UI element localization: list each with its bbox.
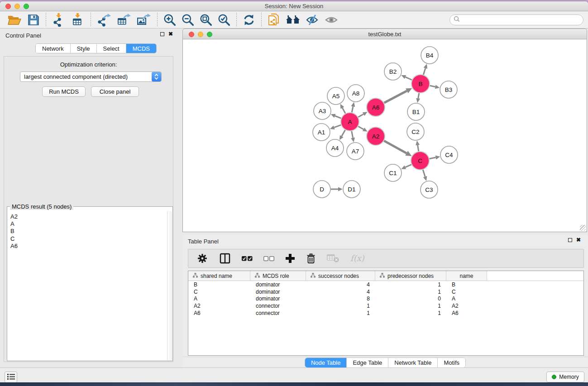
cell-predecessor-nodes: 0 <box>375 295 446 302</box>
memory-button[interactable]: Memory <box>546 372 584 382</box>
delete-row-button[interactable] <box>306 253 316 264</box>
tab-network-table[interactable]: Network Table <box>388 358 438 367</box>
select-all-button[interactable] <box>242 256 253 262</box>
run-mcds-button[interactable]: Run MCDS <box>42 86 86 97</box>
main-area: Control Panel ✖ NetworkStyleSelectMCDS O… <box>0 29 588 367</box>
task-history-button[interactable] <box>5 372 17 382</box>
table-float-icon[interactable] <box>568 238 572 242</box>
result-item[interactable]: A6 <box>10 243 167 250</box>
column-header-MCDS-role[interactable]: MCDS role <box>250 271 306 281</box>
search-input[interactable] <box>462 16 583 24</box>
result-item[interactable]: A2 <box>10 213 167 220</box>
search-field[interactable] <box>449 14 583 25</box>
network-node-B1[interactable]: B1 <box>407 103 425 120</box>
export-image-button[interactable] <box>136 13 152 27</box>
optimization-label: Optimization criterion: <box>4 61 173 68</box>
node-table[interactable]: shared nameMCDS rolesuccessor nodesprede… <box>188 271 584 356</box>
result-item[interactable]: B <box>10 228 167 235</box>
table-row[interactable]: A2connector11A2 <box>188 302 583 310</box>
result-item[interactable]: C <box>10 235 167 243</box>
tab-motifs[interactable]: Motifs <box>438 358 465 367</box>
tab-edge-table[interactable]: Edge Table <box>347 358 388 367</box>
deselect-all-button[interactable] <box>263 256 274 262</box>
svg-text:A4: A4 <box>331 145 339 152</box>
first-neighbors-button[interactable] <box>285 14 301 26</box>
zoom-fit-button[interactable] <box>199 13 213 27</box>
network-node-B[interactable]: B <box>411 75 430 93</box>
svg-text:B: B <box>418 81 422 87</box>
result-scrollbar[interactable] <box>167 211 172 360</box>
network-node-C1[interactable]: C1 <box>384 164 402 181</box>
import-table-button[interactable] <box>70 13 86 27</box>
column-header-shared-name[interactable]: shared name <box>188 271 250 281</box>
network-from-selection-button[interactable] <box>267 13 281 27</box>
result-item[interactable]: A <box>10 220 167 228</box>
network-node-A8[interactable]: A8 <box>347 85 364 102</box>
network-node-A4[interactable]: A4 <box>326 139 344 157</box>
column-label: successor nodes <box>318 273 359 279</box>
column-header-successor-nodes[interactable]: successor nodes <box>306 271 375 281</box>
import-network-button[interactable] <box>51 13 67 27</box>
tab-select[interactable]: Select <box>97 44 126 53</box>
network-node-C4[interactable]: C4 <box>440 146 458 163</box>
show-all-icon <box>325 20 338 27</box>
column-selector-button[interactable] <box>219 253 231 264</box>
hide-selected-button[interactable] <box>305 14 320 26</box>
table-close-icon[interactable]: ✖ <box>576 238 581 242</box>
tab-network[interactable]: Network <box>36 44 71 53</box>
app-titlebar[interactable]: Session: New Session <box>0 1 588 11</box>
tab-node-table[interactable]: Node Table <box>305 358 347 367</box>
criterion-dropdown[interactable]: largest connected component (directed) <box>20 71 162 82</box>
network-node-A7[interactable]: A7 <box>347 143 364 160</box>
export-network-button[interactable] <box>96 13 112 27</box>
settings-gear-button[interactable] <box>196 253 208 264</box>
network-node-B4[interactable]: B4 <box>421 47 438 64</box>
network-node-C2[interactable]: C2 <box>407 123 424 140</box>
zoom-in-button[interactable] <box>163 13 177 27</box>
network-node-A[interactable]: A <box>341 113 359 131</box>
table-row[interactable]: Adominator80A <box>188 295 583 302</box>
network-node-D1[interactable]: D1 <box>343 181 360 198</box>
column-header-name[interactable]: name <box>446 271 487 281</box>
delete-table-icon <box>327 257 339 264</box>
add-row-button[interactable] <box>285 253 295 263</box>
network-node-A2[interactable]: A2 <box>367 127 385 145</box>
svg-text:C4: C4 <box>445 152 453 158</box>
network-node-A6[interactable]: A6 <box>367 98 385 116</box>
refresh-button[interactable] <box>242 13 256 27</box>
zoom-out-button[interactable] <box>181 13 195 27</box>
mcds-result-list[interactable]: A2ABCA6 <box>8 211 167 360</box>
show-all-button[interactable] <box>324 14 339 26</box>
save-session-button[interactable] <box>26 13 41 27</box>
settings-gear-icon <box>196 259 208 266</box>
network-node-A5[interactable]: A5 <box>327 87 344 105</box>
network-node-B2[interactable]: B2 <box>384 63 402 80</box>
float-panel-icon[interactable] <box>160 32 164 36</box>
network-node-A1[interactable]: A1 <box>313 124 330 141</box>
table-row[interactable]: Cdominator41C <box>188 288 583 295</box>
table-row[interactable]: A6connector11A6 <box>188 310 583 317</box>
network-node-A3[interactable]: A3 <box>314 102 331 119</box>
network-node-C[interactable]: C <box>411 152 429 170</box>
mcds-result-group: MCDS result (5 nodes) A2ABCA6 <box>7 206 173 361</box>
cell-predecessor-nodes: 1 <box>375 281 446 288</box>
tab-mcds[interactable]: MCDS <box>126 44 156 53</box>
network-node-B3[interactable]: B3 <box>440 81 457 98</box>
export-table-button[interactable] <box>116 13 132 27</box>
cell-shared-name: C <box>188 289 250 295</box>
cell-name: B <box>446 281 487 288</box>
zoom-selected-button[interactable] <box>217 13 231 27</box>
network-canvas[interactable]: B4B2BB3A8A5A6A3B1AA1C2A2A4A7C4CC1C3DD1 <box>182 39 587 232</box>
tab-style[interactable]: Style <box>71 44 97 53</box>
close-panel-icon[interactable]: ✖ <box>168 32 173 36</box>
network-node-D[interactable]: D <box>313 181 330 198</box>
resize-grip[interactable] <box>580 225 586 231</box>
svg-text:D1: D1 <box>348 186 355 193</box>
network-node-C3[interactable]: C3 <box>421 181 438 198</box>
table-row[interactable]: Bdominator41B <box>188 281 583 288</box>
svg-text:C2: C2 <box>411 129 419 135</box>
close-panel-button[interactable]: Close panel <box>91 86 139 97</box>
column-header-predecessor-nodes[interactable]: predecessor nodes <box>375 271 446 281</box>
open-file-button[interactable] <box>6 13 23 27</box>
network-titlebar[interactable]: testGlobe.txt <box>182 29 587 39</box>
